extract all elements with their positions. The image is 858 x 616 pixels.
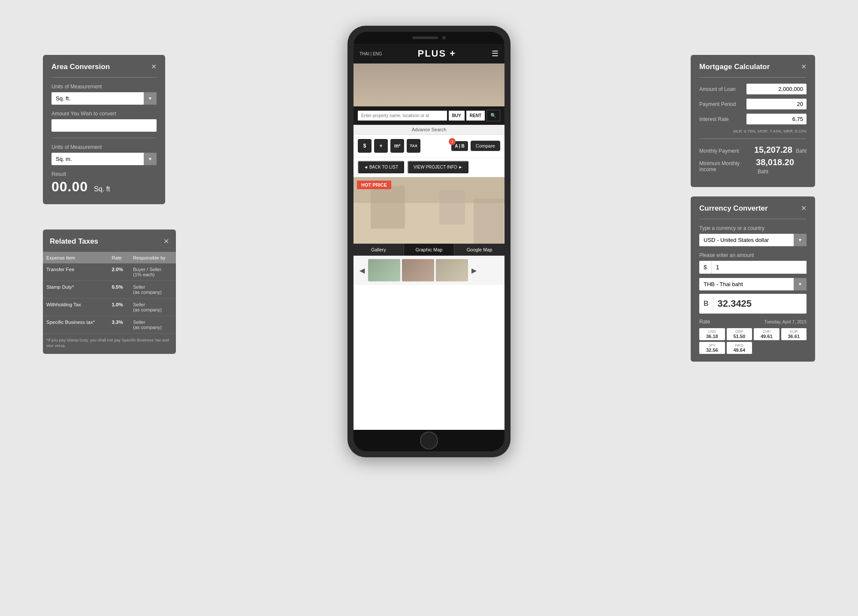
- phone-speaker: [412, 36, 438, 39]
- unit1-label: Units of Measurement: [51, 84, 157, 90]
- period-input[interactable]: [746, 99, 807, 109]
- area-conversion-close[interactable]: ✕: [151, 63, 157, 70]
- thumb-next[interactable]: ▶: [470, 265, 478, 276]
- table-row: Specific Business tax* 3.3% Seller(as co…: [43, 316, 176, 334]
- expense-responsible: Seller(as company): [130, 281, 176, 299]
- home-button[interactable]: [420, 432, 438, 450]
- loan-input[interactable]: [746, 84, 807, 94]
- hero-image: [353, 63, 505, 106]
- from-select-wrapper: USD - United States dollar EUR - Euro GB…: [699, 234, 807, 246]
- rates-grid: USD 36.18 GBP 51.50 CHF 49.61 EUR 36.61 …: [699, 328, 807, 354]
- hero-img-placeholder: [353, 63, 505, 106]
- taxes-table: Expense Item Rate Responsible by Transfe…: [43, 252, 176, 334]
- from-currency-select[interactable]: USD - United States dollar EUR - Euro GB…: [699, 234, 807, 246]
- rate-cell-usd: USD 36.18: [699, 328, 725, 340]
- amount-input[interactable]: [51, 119, 157, 132]
- rate-input[interactable]: [746, 114, 807, 124]
- currency-title: Currency Converter: [699, 204, 768, 213]
- expense-responsible: Seller(as company): [130, 316, 176, 334]
- tab-graphic-map[interactable]: Graphic Map: [404, 244, 455, 256]
- col-expense: Expense Item: [43, 252, 108, 263]
- expense-rate: 3.3%: [108, 316, 130, 334]
- expense-rate: 2.0%: [108, 263, 130, 281]
- tab-gallery[interactable]: Gallery: [353, 244, 404, 256]
- advance-search-bar[interactable]: Advance Search: [353, 125, 505, 135]
- svg-rect-2: [371, 186, 405, 229]
- from-amount-input[interactable]: [712, 261, 807, 274]
- search-button[interactable]: 🔍: [486, 110, 500, 121]
- app-header: THAI | ENG PLUS + ☰: [353, 44, 505, 63]
- expense-rate: 0.5%: [108, 281, 130, 299]
- buy-button[interactable]: BUY: [449, 111, 465, 121]
- search-input[interactable]: [358, 111, 447, 121]
- thumb-prev[interactable]: ◀: [358, 265, 366, 276]
- tool-plus[interactable]: +: [374, 139, 388, 153]
- rate-label: Rate: [699, 319, 710, 325]
- mortgage-title: Mortgage Calculator: [699, 63, 770, 71]
- mortgage-close[interactable]: ✕: [801, 63, 807, 70]
- view-project-button[interactable]: VIEW PROJECT INFO ►: [408, 161, 468, 173]
- nav-buttons: ◄ BACK TO LIST VIEW PROJECT INFO ►: [353, 157, 505, 177]
- lang-switcher[interactable]: THAI | ENG: [360, 51, 382, 56]
- rate-cell-eur2: EUR 36.61: [781, 328, 807, 340]
- area-conversion-panel: Area Conversion ✕ Units of Measurement S…: [43, 55, 165, 204]
- thumbnail-3[interactable]: [436, 259, 468, 281]
- amount-label: Amount You Wish to convert: [51, 111, 157, 117]
- rent-button[interactable]: RENT: [466, 111, 485, 121]
- monthly-unit: Baht: [796, 148, 807, 154]
- currency-converter-panel: Currency Converter ✕ Type a currency or …: [691, 196, 815, 362]
- svg-rect-4: [474, 199, 504, 244]
- unit1-select[interactable]: Sq. ft. Sq. m. Rai: [51, 92, 157, 105]
- tool-tax[interactable]: TAX: [407, 139, 420, 153]
- rate-cell-jpy: JPY 32.56: [699, 342, 725, 354]
- loan-label: Amount of Loan: [699, 86, 736, 92]
- tool-area[interactable]: m²: [390, 139, 404, 153]
- app-logo: PLUS +: [417, 48, 456, 59]
- thumbnail-1[interactable]: [368, 259, 400, 281]
- phone-bottom-bar: [353, 430, 505, 451]
- phone-top-bar: [353, 32, 505, 44]
- currency-close[interactable]: ✕: [801, 205, 807, 212]
- income-value: 38,018.20: [756, 157, 794, 167]
- related-taxes-close[interactable]: ✕: [163, 238, 169, 245]
- phone-outer: THAI | ENG PLUS + ☰ BUY RENT 🔍 Adv: [347, 26, 511, 457]
- rate-label: Interest Rate: [699, 116, 729, 122]
- amount-label: Please enter an amount: [699, 252, 807, 258]
- back-to-list-button[interactable]: ◄ BACK TO LIST: [358, 161, 404, 173]
- property-image: HOT PRICE: [353, 177, 505, 244]
- thumbnails-row: ◀ ▶: [353, 256, 505, 285]
- phone-mockup: THAI | ENG PLUS + ☰ BUY RENT 🔍 Adv: [347, 26, 511, 457]
- mortgage-calculator-panel: Mortgage Calculator ✕ Amount of Loan Pay…: [691, 55, 815, 187]
- taxes-footnote: *If you pay Stamp Duty, you shall not pa…: [43, 334, 176, 350]
- table-row: Stamp Duty* 0.5% Seller(as company): [43, 281, 176, 299]
- to-select-wrapper: THB - Thai baht EUR - Euro JPY - Japanes…: [699, 278, 807, 290]
- expense-item: Transfer Fee: [43, 263, 108, 281]
- unit2-select-wrapper: Sq. m. Sq. ft. Rai ▼: [51, 153, 157, 165]
- tab-bar: Gallery Graphic Map Google Map: [353, 244, 505, 256]
- expense-item: Specific Business tax*: [43, 316, 108, 334]
- table-row: Withholding Tax 1.0% Seller(as company): [43, 299, 176, 316]
- tools-bar: $ + m² TAX 1 A | B Compare: [353, 135, 505, 157]
- phone-screen: THAI | ENG PLUS + ☰ BUY RENT 🔍 Adv: [353, 44, 505, 430]
- from-label: Type a currency or a country: [699, 225, 807, 231]
- expense-responsible: Buyer / Seller(1% each): [130, 263, 176, 281]
- compare-wrapper: 1 A | B Compare: [451, 141, 500, 151]
- expense-responsible: Seller(as company): [130, 299, 176, 316]
- period-label: Payment Period: [699, 101, 736, 107]
- unit1-select-wrapper: Sq. ft. Sq. m. Rai ▼: [51, 92, 157, 105]
- tab-google-map[interactable]: Google Map: [454, 244, 505, 256]
- related-taxes-panel: Related Taxes ✕ Expense Item Rate Respon…: [43, 229, 176, 354]
- monthly-label: Monthly Payment: [699, 148, 739, 154]
- to-currency-select[interactable]: THB - Thai baht EUR - Euro JPY - Japanes…: [699, 278, 807, 290]
- phone-camera: [442, 36, 446, 39]
- col-responsible: Responsible by: [130, 252, 176, 263]
- compare-button[interactable]: Compare: [471, 141, 500, 151]
- svg-rect-3: [439, 190, 465, 224]
- unit2-select[interactable]: Sq. m. Sq. ft. Rai: [51, 153, 157, 165]
- thumbnail-2[interactable]: [402, 259, 434, 281]
- income-label: Minimum Monthly Income: [699, 160, 756, 172]
- menu-icon[interactable]: ☰: [492, 49, 498, 58]
- tool-dollar[interactable]: $: [358, 139, 372, 153]
- rate-note: MLR: 6.75%, MOR: 7.43%, MRR: 8.10%: [699, 129, 807, 133]
- expense-item: Withholding Tax: [43, 299, 108, 316]
